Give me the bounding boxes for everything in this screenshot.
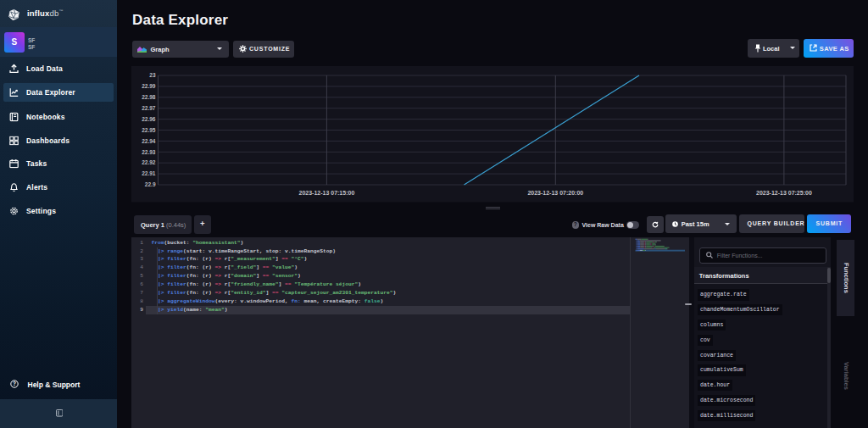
svg-text:23: 23 [149,72,156,78]
svg-text:2023-12-13 07:25:00: 2023-12-13 07:25:00 [756,190,812,196]
svg-text:2023-12-13 07:15:00: 2023-12-13 07:15:00 [299,190,355,196]
svg-text:22.99: 22.99 [142,83,156,89]
svg-text:22.97: 22.97 [142,105,156,111]
svg-text:22.92: 22.92 [142,159,156,165]
svg-text:2023-12-13 07:20:00: 2023-12-13 07:20:00 [527,190,583,196]
svg-text:22.93: 22.93 [142,149,156,155]
svg-text:22.94: 22.94 [142,138,156,144]
svg-text:22.98: 22.98 [142,94,156,100]
svg-text:22.91: 22.91 [142,170,156,176]
svg-text:22.9: 22.9 [145,181,156,187]
svg-text:22.96: 22.96 [142,116,156,122]
svg-text:?: ? [13,381,16,386]
svg-text:22.95: 22.95 [142,127,156,133]
